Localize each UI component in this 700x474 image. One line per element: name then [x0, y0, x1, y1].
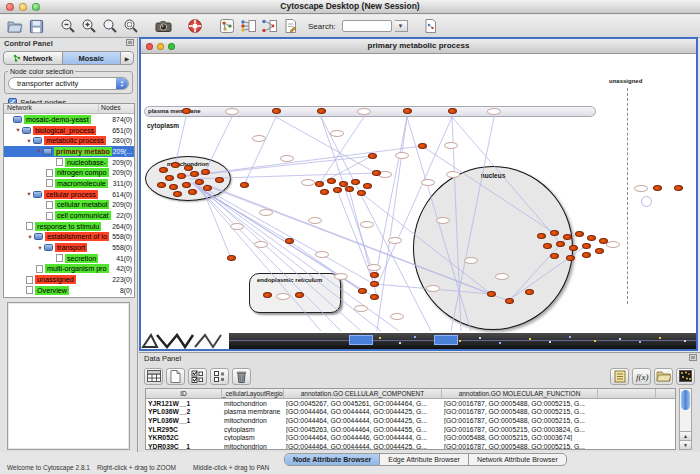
gene-node[interactable]: [448, 108, 457, 114]
gene-node[interactable]: [563, 234, 572, 240]
gene-node[interactable]: [363, 183, 372, 189]
gene-node[interactable]: [327, 178, 336, 184]
gene-node[interactable]: [184, 165, 193, 171]
table-column-header[interactable]: [598, 389, 656, 398]
node-label-oval[interactable]: [426, 285, 440, 292]
gene-node[interactable]: [357, 190, 366, 196]
table-column-header[interactable]: _cellularLayoutRegion: [222, 389, 284, 398]
gene-node[interactable]: [173, 191, 182, 197]
gene-node[interactable]: [587, 235, 596, 241]
node-label-oval[interactable]: [252, 135, 266, 142]
gene-node[interactable]: [370, 272, 379, 278]
browser-tab-network[interactable]: Network Attribute Browser: [469, 454, 566, 465]
tree-row[interactable]: nucleobase-209(0): [4, 157, 134, 168]
node-label-oval[interactable]: [230, 223, 244, 230]
tree-row[interactable]: unassigned223(0): [4, 274, 134, 285]
gene-node[interactable]: [653, 185, 662, 191]
tree-row[interactable]: mosaic-demo-yeast874(0): [4, 114, 134, 125]
gene-node[interactable]: [320, 189, 329, 195]
scrollbar-thumb[interactable]: [681, 390, 690, 410]
gene-node[interactable]: [674, 185, 683, 191]
gene-node[interactable]: [171, 162, 180, 168]
gene-node[interactable]: [227, 255, 236, 261]
node-label-oval[interactable]: [354, 305, 368, 312]
network-overview-icon[interactable]: [218, 17, 236, 35]
gene-node[interactable]: [550, 230, 559, 236]
tree-row[interactable]: ▼primary metabo209(...: [4, 146, 134, 157]
tab-network[interactable]: Network: [4, 52, 63, 64]
gene-node[interactable]: [159, 167, 168, 173]
table-scrollbar[interactable]: ▲ ▼: [679, 388, 692, 450]
matrix-view-icon[interactable]: [676, 368, 695, 385]
tree-row[interactable]: cellular metabol209(0): [4, 200, 134, 211]
gene-node[interactable]: [575, 231, 584, 237]
search-dropdown-button[interactable]: ▼: [395, 20, 408, 32]
tab-overflow-arrow[interactable]: ▶: [121, 52, 133, 64]
table-column-header[interactable]: annotation.GO MOLECULAR_FUNCTION: [442, 389, 598, 398]
gene-node[interactable]: [201, 169, 210, 175]
gene-node[interactable]: [595, 248, 604, 254]
zoom-out-icon[interactable]: [59, 17, 77, 35]
attribute-table[interactable]: ID_cellularLayoutRegionannotation.GO CEL…: [145, 388, 676, 450]
gene-node[interactable]: [582, 252, 591, 258]
gene-node[interactable]: [566, 255, 575, 261]
node-label-oval[interactable]: [395, 152, 409, 159]
gene-node[interactable]: [333, 187, 342, 193]
node-label-oval[interactable]: [487, 108, 501, 115]
gene-node[interactable]: [543, 243, 552, 249]
zoom-button[interactable]: [32, 3, 40, 11]
node-color-dropdown[interactable]: transporter activity ▲▼: [8, 77, 129, 90]
minimize-button[interactable]: [19, 3, 27, 11]
gene-node[interactable]: [358, 288, 367, 294]
table-row[interactable]: YJR121W__1mitochondrion[GO:0045267, GO:0…: [146, 399, 675, 408]
node-label-oval[interactable]: [436, 217, 450, 224]
node-label-oval[interactable]: [606, 241, 620, 248]
gene-node[interactable]: [315, 181, 324, 187]
gene-node[interactable]: [582, 243, 591, 249]
view-minimize-button[interactable]: [157, 43, 164, 50]
browser-tab-edge[interactable]: Edge Attribute Browser: [380, 454, 469, 465]
view-zoom-button[interactable]: [168, 43, 175, 50]
table-row[interactable]: YDR039C__1mitochondrion[GO:0044464, GO:0…: [146, 442, 675, 450]
node-label-oval[interactable]: [360, 221, 374, 228]
gene-node[interactable]: [556, 241, 565, 247]
gene-node[interactable]: [317, 108, 326, 114]
window-titlebar[interactable]: Cytoscape Desktop (New Session): [0, 0, 700, 14]
help-lifering-icon[interactable]: [186, 17, 204, 35]
expand-arrow-icon[interactable]: ▼: [26, 234, 34, 240]
node-label-oval[interactable]: [390, 313, 404, 320]
expand-arrow-icon[interactable]: ▼: [25, 191, 33, 197]
node-label-oval[interactable]: [495, 273, 509, 280]
gene-node[interactable]: [169, 184, 178, 190]
network-canvas[interactable]: plasma membrane cytoplasm mitochondrion …: [141, 54, 696, 333]
expand-arrow-icon[interactable]: ▼: [14, 127, 22, 133]
node-label-oval[interactable]: [330, 130, 344, 137]
gene-node[interactable]: [203, 185, 212, 191]
birdseye-view[interactable]: [7, 302, 130, 450]
search-network-icon[interactable]: [422, 17, 440, 35]
table-row[interactable]: YLR295Ccytoplasm[GO:0045263, GO:0044464,…: [146, 425, 675, 434]
snapshot-camera-icon[interactable]: [154, 17, 172, 35]
tree-column-nodes[interactable]: Nodes: [98, 104, 134, 113]
import-folder-icon[interactable]: [654, 368, 673, 385]
table-column-header[interactable]: annotation.GO CELLULAR_COMPONENT: [284, 389, 442, 398]
gene-node[interactable]: [525, 289, 534, 295]
layout-edges-icon[interactable]: [260, 17, 278, 35]
network-view-titlebar[interactable]: primary metabolic process: [141, 39, 696, 54]
node-label-oval[interactable]: [357, 108, 371, 115]
gene-node[interactable]: [157, 182, 166, 188]
node-label-oval[interactable]: [388, 237, 402, 244]
tree-row[interactable]: multi-organism pro42(0): [4, 264, 134, 275]
gene-node[interactable]: [351, 179, 360, 185]
table-row[interactable]: YPL036W__1mitochondrion[GO:0044464, GO:0…: [146, 416, 675, 425]
tree-row[interactable]: nitrogen compo209(0): [4, 167, 134, 178]
tree-column-network[interactable]: Network: [4, 104, 98, 113]
zoom-fit-icon[interactable]: [101, 17, 119, 35]
gene-node[interactable]: [403, 108, 412, 114]
save-session-icon[interactable]: [27, 17, 45, 35]
layout-nodes-icon[interactable]: [239, 17, 257, 35]
tree-row[interactable]: macromolecule311(0): [4, 178, 134, 189]
expand-arrow-icon[interactable]: ▼: [25, 138, 33, 144]
browser-tab-node[interactable]: Node Attribute Browser: [285, 454, 380, 465]
gene-node[interactable]: [345, 186, 354, 192]
